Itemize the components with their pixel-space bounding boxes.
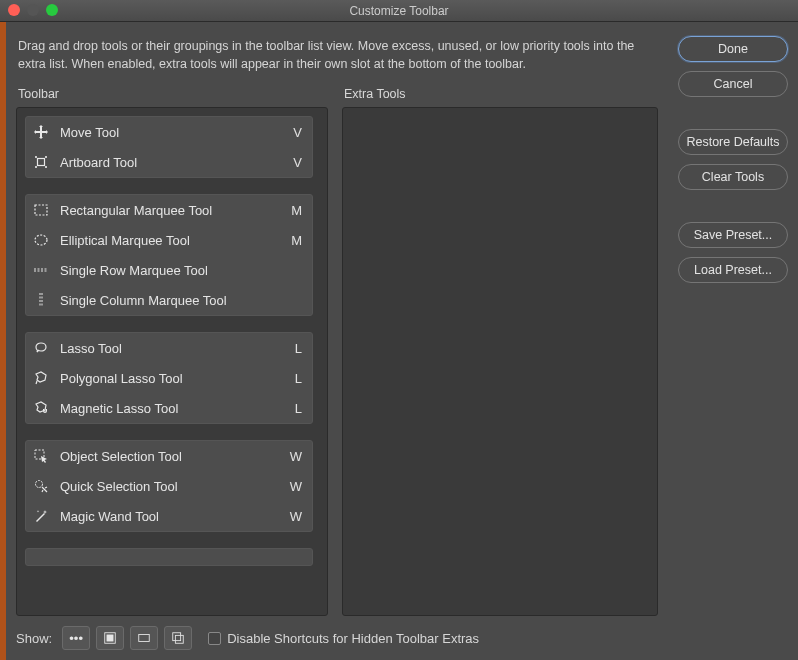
side-buttons: Done Cancel Restore Defaults Clear Tools… [678, 36, 788, 283]
artboard-icon [32, 153, 50, 171]
tool-row[interactable]: Single Row Marquee Tool [26, 255, 312, 285]
show-frame-button[interactable] [130, 626, 158, 650]
tool-label: Elliptical Marquee Tool [60, 233, 276, 248]
svg-rect-0 [38, 159, 45, 166]
object-selection-icon [32, 447, 50, 465]
disable-shortcuts-checkbox[interactable] [208, 632, 221, 645]
cancel-button[interactable]: Cancel [678, 71, 788, 97]
svg-rect-9 [176, 635, 184, 643]
tool-group[interactable]: Rectangular Marquee ToolMElliptical Marq… [25, 194, 313, 316]
tool-label: Artboard Tool [60, 155, 276, 170]
polygonal-lasso-icon [32, 369, 50, 387]
tool-shortcut: L [286, 401, 302, 416]
zoom-window-button[interactable] [46, 4, 58, 16]
tool-shortcut: V [286, 155, 302, 170]
show-ellipsis-button[interactable]: ••• [62, 626, 90, 650]
tool-group[interactable]: Move ToolVArtboard ToolV [25, 116, 313, 178]
quick-selection-icon [32, 477, 50, 495]
tool-shortcut: M [286, 233, 302, 248]
frame-icon [137, 631, 151, 645]
tool-row[interactable]: Artboard ToolV [26, 147, 312, 177]
disable-shortcuts-checkbox-row[interactable]: Disable Shortcuts for Hidden Toolbar Ext… [208, 631, 479, 646]
tool-shortcut: L [286, 341, 302, 356]
tool-row[interactable]: Rectangular Marquee ToolM [26, 195, 312, 225]
tool-row[interactable]: Move ToolV [26, 117, 312, 147]
extra-tools-listbox[interactable] [342, 107, 658, 616]
fullscreen-icon [103, 631, 117, 645]
tool-label: Single Row Marquee Tool [60, 263, 276, 278]
tool-label: Quick Selection Tool [60, 479, 276, 494]
show-fullscreen-button[interactable] [96, 626, 124, 650]
restore-defaults-button[interactable]: Restore Defaults [678, 129, 788, 155]
tool-label: Object Selection Tool [60, 449, 276, 464]
tool-group[interactable]: Lasso ToolLPolygonal Lasso ToolLMagnetic… [25, 332, 313, 424]
tool-row[interactable]: Object Selection ToolW [26, 441, 312, 471]
tool-label: Magic Wand Tool [60, 509, 276, 524]
svg-rect-7 [139, 635, 150, 642]
tool-row[interactable]: Quick Selection ToolW [26, 471, 312, 501]
svg-rect-8 [173, 633, 181, 641]
tool-label: Polygonal Lasso Tool [60, 371, 276, 386]
save-preset-button[interactable]: Save Preset... [678, 222, 788, 248]
footer: Show: ••• Disable Shortcuts for Hidden T… [6, 616, 798, 660]
tool-shortcut: V [286, 125, 302, 140]
tool-row[interactable]: Lasso ToolL [26, 333, 312, 363]
tool-label: Lasso Tool [60, 341, 276, 356]
ellipse-marquee-icon [32, 231, 50, 249]
load-preset-button[interactable]: Load Preset... [678, 257, 788, 283]
tool-label: Magnetic Lasso Tool [60, 401, 276, 416]
single-row-marquee-icon [32, 261, 50, 279]
extra-tools-column: Extra Tools [342, 87, 658, 616]
svg-rect-1 [35, 205, 47, 215]
tool-shortcut: M [286, 203, 302, 218]
tool-row[interactable]: Elliptical Marquee ToolM [26, 225, 312, 255]
tool-label: Single Column Marquee Tool [60, 293, 276, 308]
tool-group[interactable]: Object Selection ToolWQuick Selection To… [25, 440, 313, 532]
tool-shortcut: L [286, 371, 302, 386]
tool-row[interactable]: Polygonal Lasso ToolL [26, 363, 312, 393]
titlebar: Customize Toolbar [0, 0, 798, 22]
show-label: Show: [16, 631, 52, 646]
show-buttons-group: ••• [62, 626, 192, 650]
magnetic-lasso-icon [32, 399, 50, 417]
svg-point-4 [36, 481, 43, 488]
close-window-button[interactable] [8, 4, 20, 16]
ellipsis-icon: ••• [69, 631, 83, 646]
tool-label: Move Tool [60, 125, 276, 140]
tool-row[interactable]: Magnetic Lasso ToolL [26, 393, 312, 423]
overlap-icon [171, 631, 185, 645]
toolbar-header: Toolbar [16, 87, 328, 107]
clear-tools-button[interactable]: Clear Tools [678, 164, 788, 190]
svg-point-2 [35, 235, 47, 245]
magic-wand-icon [32, 507, 50, 525]
tool-shortcut: W [286, 479, 302, 494]
tool-shortcut: W [286, 509, 302, 524]
svg-rect-5 [107, 635, 114, 642]
tool-shortcut: W [286, 449, 302, 464]
show-overlap-button[interactable] [164, 626, 192, 650]
move-icon [32, 123, 50, 141]
tool-row[interactable]: Single Column Marquee Tool [26, 285, 312, 315]
tool-label: Rectangular Marquee Tool [60, 203, 276, 218]
single-col-marquee-icon [32, 291, 50, 309]
done-button[interactable]: Done [678, 36, 788, 62]
window-title: Customize Toolbar [349, 4, 448, 18]
toolbar-column: Toolbar Move ToolVArtboard ToolVRectangu… [16, 87, 328, 616]
tool-row[interactable]: Magic Wand ToolW [26, 501, 312, 531]
window-controls [8, 4, 58, 16]
minimize-window-button [27, 4, 39, 16]
rect-marquee-icon [32, 201, 50, 219]
toolbar-listbox[interactable]: Move ToolVArtboard ToolVRectangular Marq… [16, 107, 328, 616]
disable-shortcuts-label: Disable Shortcuts for Hidden Toolbar Ext… [227, 631, 479, 646]
lasso-icon [32, 339, 50, 357]
extra-tools-header: Extra Tools [342, 87, 658, 107]
tool-group[interactable] [25, 548, 313, 566]
